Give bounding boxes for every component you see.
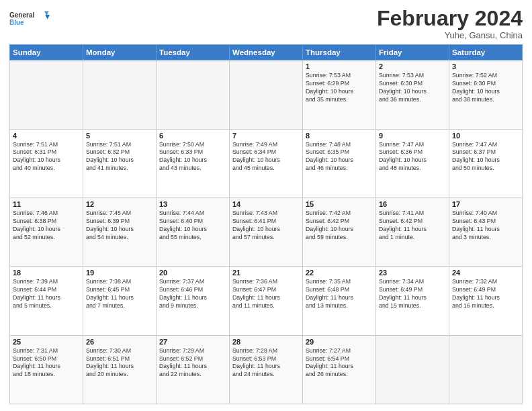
day-number: 3 (452, 62, 519, 71)
title-block: February 2024 Yuhe, Gansu, China (377, 7, 523, 40)
calendar-cell: 28Sunrise: 7:28 AMSunset: 6:53 PMDayligh… (230, 335, 303, 404)
day-number: 7 (232, 132, 300, 140)
day-info: Sunrise: 7:37 AMSunset: 6:46 PMDaylight:… (159, 278, 226, 310)
calendar-cell: 18Sunrise: 7:39 AMSunset: 6:44 PMDayligh… (10, 267, 83, 335)
calendar-cell: 25Sunrise: 7:31 AMSunset: 6:50 PMDayligh… (10, 335, 83, 404)
calendar-cell: 3Sunrise: 7:52 AMSunset: 6:30 PMDaylight… (449, 60, 523, 129)
calendar-cell: 1Sunrise: 7:53 AMSunset: 6:29 PMDaylight… (303, 60, 376, 129)
calendar-cell (83, 60, 157, 129)
calendar-cell (157, 60, 230, 129)
calendar-cell: 20Sunrise: 7:37 AMSunset: 6:46 PMDayligh… (157, 267, 230, 335)
calendar-cell: 26Sunrise: 7:30 AMSunset: 6:51 PMDayligh… (83, 335, 157, 404)
day-info: Sunrise: 7:29 AMSunset: 6:52 PMDaylight:… (159, 347, 226, 379)
header: General Blue February 2024 Yuhe, Gansu, … (9, 7, 523, 40)
day-info: Sunrise: 7:36 AMSunset: 6:47 PMDaylight:… (232, 278, 300, 310)
day-info: Sunrise: 7:53 AMSunset: 6:30 PMDaylight:… (379, 72, 446, 104)
day-info: Sunrise: 7:51 AMSunset: 6:32 PMDaylight:… (86, 141, 153, 173)
day-number: 24 (452, 269, 519, 277)
day-info: Sunrise: 7:42 AMSunset: 6:42 PMDaylight:… (306, 210, 373, 242)
week-row-1: 1Sunrise: 7:53 AMSunset: 6:29 PMDaylight… (10, 60, 523, 129)
page: General Blue February 2024 Yuhe, Gansu, … (0, 0, 532, 411)
day-number: 26 (86, 338, 153, 346)
day-number: 15 (306, 200, 373, 208)
calendar-cell (376, 335, 449, 404)
day-number: 10 (452, 132, 519, 140)
day-info: Sunrise: 7:40 AMSunset: 6:43 PMDaylight:… (452, 210, 519, 242)
day-info: Sunrise: 7:28 AMSunset: 6:53 PMDaylight:… (232, 347, 300, 379)
day-info: Sunrise: 7:31 AMSunset: 6:50 PMDaylight:… (13, 347, 80, 379)
calendar-header-row: SundayMondayTuesdayWednesdayThursdayFrid… (10, 45, 523, 60)
calendar-cell: 9Sunrise: 7:47 AMSunset: 6:36 PMDaylight… (376, 129, 449, 197)
calendar-cell: 12Sunrise: 7:45 AMSunset: 6:39 PMDayligh… (83, 197, 157, 266)
day-info: Sunrise: 7:27 AMSunset: 6:54 PMDaylight:… (306, 347, 373, 379)
day-info: Sunrise: 7:49 AMSunset: 6:34 PMDaylight:… (232, 141, 300, 173)
calendar-cell: 22Sunrise: 7:35 AMSunset: 6:48 PMDayligh… (303, 267, 376, 335)
calendar-cell: 5Sunrise: 7:51 AMSunset: 6:32 PMDaylight… (83, 129, 157, 197)
calendar-cell: 29Sunrise: 7:27 AMSunset: 6:54 PMDayligh… (303, 335, 376, 404)
day-info: Sunrise: 7:32 AMSunset: 6:49 PMDaylight:… (452, 278, 519, 310)
day-info: Sunrise: 7:44 AMSunset: 6:40 PMDaylight:… (159, 210, 226, 242)
day-info: Sunrise: 7:34 AMSunset: 6:49 PMDaylight:… (379, 278, 446, 310)
subtitle: Yuhe, Gansu, China (377, 30, 523, 40)
day-number: 23 (379, 269, 446, 277)
day-number: 4 (13, 132, 80, 140)
day-number: 1 (306, 62, 373, 71)
calendar-cell: 19Sunrise: 7:38 AMSunset: 6:45 PMDayligh… (83, 267, 157, 335)
day-info: Sunrise: 7:51 AMSunset: 6:31 PMDaylight:… (13, 141, 80, 173)
col-header-saturday: Saturday (449, 45, 523, 60)
logo-svg: General Blue (9, 7, 50, 31)
calendar-cell (230, 60, 303, 129)
week-row-3: 11Sunrise: 7:46 AMSunset: 6:38 PMDayligh… (10, 197, 523, 266)
calendar-cell (10, 60, 83, 129)
calendar-cell: 10Sunrise: 7:47 AMSunset: 6:37 PMDayligh… (449, 129, 523, 197)
svg-marker-3 (45, 15, 50, 19)
week-row-2: 4Sunrise: 7:51 AMSunset: 6:31 PMDaylight… (10, 129, 523, 197)
calendar-cell: 24Sunrise: 7:32 AMSunset: 6:49 PMDayligh… (449, 267, 523, 335)
calendar-cell: 14Sunrise: 7:43 AMSunset: 6:41 PMDayligh… (230, 197, 303, 266)
calendar-cell: 4Sunrise: 7:51 AMSunset: 6:31 PMDaylight… (10, 129, 83, 197)
calendar-cell: 8Sunrise: 7:48 AMSunset: 6:35 PMDaylight… (303, 129, 376, 197)
col-header-sunday: Sunday (10, 45, 83, 60)
calendar-cell (449, 335, 523, 404)
day-number: 29 (306, 338, 373, 346)
logo: General Blue (9, 7, 50, 31)
day-info: Sunrise: 7:35 AMSunset: 6:48 PMDaylight:… (306, 278, 373, 310)
day-number: 22 (306, 269, 373, 277)
day-number: 9 (379, 132, 446, 140)
day-number: 14 (232, 200, 300, 208)
calendar-cell: 6Sunrise: 7:50 AMSunset: 6:33 PMDaylight… (157, 129, 230, 197)
calendar-cell: 27Sunrise: 7:29 AMSunset: 6:52 PMDayligh… (157, 335, 230, 404)
day-info: Sunrise: 7:41 AMSunset: 6:42 PMDaylight:… (379, 210, 446, 242)
day-number: 16 (379, 200, 446, 208)
day-info: Sunrise: 7:50 AMSunset: 6:33 PMDaylight:… (159, 141, 226, 173)
day-number: 21 (232, 269, 300, 277)
calendar-table: SundayMondayTuesdayWednesdayThursdayFrid… (9, 44, 523, 404)
day-number: 18 (13, 269, 80, 277)
day-number: 6 (159, 132, 226, 140)
week-row-5: 25Sunrise: 7:31 AMSunset: 6:50 PMDayligh… (10, 335, 523, 404)
day-info: Sunrise: 7:45 AMSunset: 6:39 PMDaylight:… (86, 210, 153, 242)
day-info: Sunrise: 7:39 AMSunset: 6:44 PMDaylight:… (13, 278, 80, 310)
day-info: Sunrise: 7:38 AMSunset: 6:45 PMDaylight:… (86, 278, 153, 310)
calendar-cell: 11Sunrise: 7:46 AMSunset: 6:38 PMDayligh… (10, 197, 83, 266)
svg-text:General: General (9, 11, 34, 19)
col-header-wednesday: Wednesday (230, 45, 303, 60)
day-number: 5 (86, 132, 153, 140)
day-number: 20 (159, 269, 226, 277)
calendar-cell: 21Sunrise: 7:36 AMSunset: 6:47 PMDayligh… (230, 267, 303, 335)
day-info: Sunrise: 7:53 AMSunset: 6:29 PMDaylight:… (306, 72, 373, 104)
day-info: Sunrise: 7:48 AMSunset: 6:35 PMDaylight:… (306, 141, 373, 173)
col-header-thursday: Thursday (303, 45, 376, 60)
day-number: 11 (13, 200, 80, 208)
col-header-monday: Monday (83, 45, 157, 60)
day-number: 28 (232, 338, 300, 346)
day-info: Sunrise: 7:47 AMSunset: 6:37 PMDaylight:… (452, 141, 519, 173)
day-info: Sunrise: 7:30 AMSunset: 6:51 PMDaylight:… (86, 347, 153, 379)
day-number: 25 (13, 338, 80, 346)
day-info: Sunrise: 7:43 AMSunset: 6:41 PMDaylight:… (232, 210, 300, 242)
day-info: Sunrise: 7:46 AMSunset: 6:38 PMDaylight:… (13, 210, 80, 242)
calendar-cell: 2Sunrise: 7:53 AMSunset: 6:30 PMDaylight… (376, 60, 449, 129)
day-number: 19 (86, 269, 153, 277)
calendar-cell: 23Sunrise: 7:34 AMSunset: 6:49 PMDayligh… (376, 267, 449, 335)
day-number: 8 (306, 132, 373, 140)
